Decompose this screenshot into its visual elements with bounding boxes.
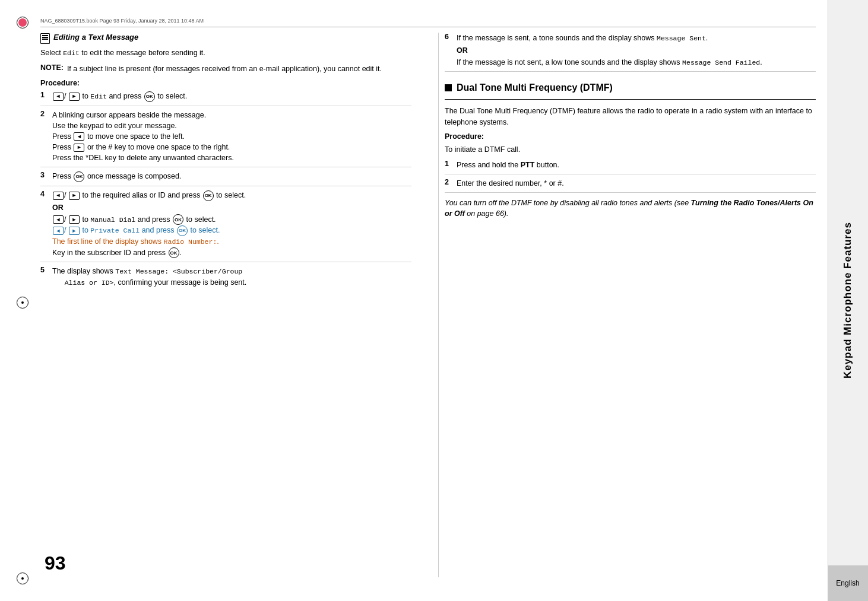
step-3-content: Press OK once message is composed. bbox=[52, 171, 411, 182]
step-2-number: 2 bbox=[40, 110, 49, 164]
dtmf-step-2-number: 2 bbox=[445, 178, 453, 189]
bold-link: Turning the Radio Tones/Alerts On or Off bbox=[445, 199, 813, 218]
ok-btn-4: OK bbox=[203, 190, 214, 201]
header-text: NAG_6880309T15.book Page 93 Friday, Janu… bbox=[40, 18, 204, 24]
content-area: Editing a Text Message Select Edit Selec… bbox=[40, 33, 816, 577]
radio-number-line: The first line of the display shows Radi… bbox=[52, 237, 219, 246]
section-divider bbox=[445, 99, 816, 100]
dtmf-step-1: 1 Press and hold the PTT button. bbox=[445, 160, 816, 174]
right-column: 6 If the message is sent, a tone sounds … bbox=[438, 33, 816, 577]
note-block: NOTE: If a subject line is present (for … bbox=[40, 63, 411, 74]
step-2: 2 A blinking cursor appears beside the m… bbox=[40, 110, 411, 168]
edit-code-1: Edit bbox=[90, 93, 107, 100]
nav-left-btn-4: ◄ bbox=[53, 192, 64, 200]
nav-right-btn-2: ► bbox=[74, 144, 84, 152]
step-4: 4 ◄/ ► to the required alias or ID and p… bbox=[40, 190, 411, 263]
doc-icon bbox=[40, 33, 50, 44]
dtmf-step-2: 2 Enter the desired number, * or #. bbox=[445, 178, 816, 193]
or-text-4: OR bbox=[52, 202, 411, 213]
step-1-content: ◄/ ► to Edit and press OK to select. bbox=[52, 91, 411, 102]
dtmf-procedure-intro: To initiate a DTMF call. bbox=[445, 144, 816, 155]
dtmf-section: Dual Tone Multi Frequency (DTMF) bbox=[445, 82, 816, 100]
pink-circle-top-left bbox=[18, 18, 27, 27]
dtmf-intro: The Dual Tone Multi Frequency (DTMF) fea… bbox=[445, 106, 816, 127]
ok-btn-4c: OK bbox=[177, 225, 188, 236]
step-6-content: If the message is sent, a tone sounds an… bbox=[457, 33, 816, 68]
side-tab-title: Keypad Microphone Features bbox=[842, 222, 854, 379]
section-title-editing: Editing a Text Message bbox=[53, 33, 138, 42]
edit-mono: Edit bbox=[63, 49, 80, 57]
procedure-label-left: Procedure: bbox=[40, 79, 411, 87]
step-4-number: 4 bbox=[40, 190, 49, 259]
note-text: If a subject line is present (for messag… bbox=[67, 63, 382, 74]
square-bullet-icon bbox=[445, 84, 452, 91]
step-1: 1 ◄/ ► to Edit and press OK to select. bbox=[40, 91, 411, 106]
dtmf-heading: Dual Tone Multi Frequency (DTMF) bbox=[445, 82, 816, 93]
nav-right-btn-4c: ► bbox=[69, 227, 80, 235]
note-label: NOTE: bbox=[40, 63, 64, 74]
message-failed-mono: Message Send Failed bbox=[682, 59, 760, 66]
nav-left-btn-4c: ◄ bbox=[53, 227, 64, 235]
nav-left-btn-4b: ◄ bbox=[53, 215, 64, 224]
dtmf-step-1-content: Press and hold the PTT button. bbox=[457, 160, 816, 170]
ok-btn-1: OK bbox=[144, 91, 155, 102]
language-badge: English bbox=[828, 565, 868, 601]
private-call-line: ◄/ ► to Private Call and press OK to sel… bbox=[52, 226, 220, 234]
manual-dial-mono: Manual Dial bbox=[90, 216, 135, 224]
or-text-6: OR bbox=[457, 45, 816, 56]
step-5-number: 5 bbox=[40, 266, 49, 288]
step-5: 5 The display shows Text Message: <Subsc… bbox=[40, 266, 411, 291]
ptt-label: PTT bbox=[521, 161, 535, 169]
step-4-content: ◄/ ► to the required alias or ID and pre… bbox=[52, 190, 411, 259]
step-6-number: 6 bbox=[445, 33, 453, 68]
header-bar: NAG_6880309T15.book Page 93 Friday, Janu… bbox=[40, 17, 816, 27]
reg-mark-bottom-left bbox=[17, 573, 28, 584]
intro-text: Select Edit Select Edit to edit the mess… bbox=[40, 47, 411, 59]
text-message-mono: Text Message: <Subscriber/Group Alias or… bbox=[52, 268, 242, 287]
step-1-number: 1 bbox=[40, 91, 49, 102]
procedure-label-right: Procedure: bbox=[445, 132, 816, 141]
italic-note: You can turn off the DTMF tone by disabl… bbox=[445, 198, 816, 219]
dtmf-step-2-content: Enter the desired number, * or #. bbox=[457, 178, 816, 189]
nav-left-btn-1: ◄ bbox=[53, 93, 64, 101]
language-label: English bbox=[836, 579, 859, 587]
dtmf-title: Dual Tone Multi Frequency (DTMF) bbox=[457, 82, 613, 93]
message-sent-mono: Message Sent bbox=[657, 34, 706, 42]
nav-right-btn-1: ► bbox=[69, 93, 80, 101]
ok-btn-4b: OK bbox=[173, 214, 183, 225]
italic-note-text: You can turn off the DTMF tone by disabl… bbox=[445, 199, 813, 218]
step-6: 6 If the message is sent, a tone sounds … bbox=[445, 33, 816, 72]
step-3-number: 3 bbox=[40, 171, 49, 182]
side-tab: Keypad Microphone Features English bbox=[828, 0, 868, 601]
step-2-content: A blinking cursor appears beside the mes… bbox=[52, 110, 411, 164]
dtmf-step-1-number: 1 bbox=[445, 160, 453, 170]
section-heading-editing: Editing a Text Message bbox=[40, 33, 411, 44]
radio-number-mono: Radio Number: bbox=[164, 238, 217, 246]
nav-left-btn-2: ◄ bbox=[74, 132, 84, 141]
ok-btn-4d: OK bbox=[169, 247, 179, 258]
nav-right-btn-4b: ► bbox=[69, 215, 80, 224]
reg-mark-mid-left bbox=[17, 297, 28, 309]
private-call-mono: Private Call bbox=[90, 227, 140, 234]
step-5-content: The display shows Text Message: <Subscri… bbox=[52, 266, 411, 288]
step-3: 3 Press OK once message is composed. bbox=[40, 171, 411, 186]
nav-right-btn-4: ► bbox=[69, 192, 80, 200]
left-column: Editing a Text Message Select Edit Selec… bbox=[40, 33, 420, 577]
ok-btn-3: OK bbox=[74, 171, 84, 182]
